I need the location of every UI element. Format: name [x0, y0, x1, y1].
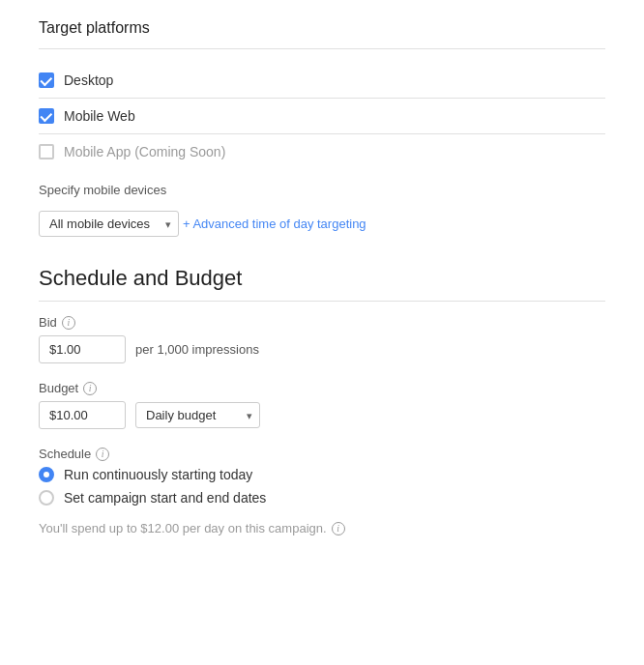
platform-item-mobile-web: Mobile Web — [39, 99, 605, 134]
bid-label: Bid — [39, 315, 57, 330]
schedule-option-continuous[interactable]: Run continuously starting today — [39, 467, 605, 482]
mobile-web-checkbox[interactable] — [39, 108, 54, 124]
bid-info-icon: i — [62, 316, 75, 330]
advanced-time-targeting-link[interactable]: + Advanced time of day targeting — [183, 217, 366, 231]
target-platforms-title: Target platforms — [39, 19, 605, 37]
specify-mobile-label: Specify mobile devices — [39, 183, 605, 197]
budget-input-row: Daily budget Lifetime budget ▾ — [39, 401, 605, 429]
desktop-checkbox[interactable] — [39, 72, 54, 88]
budget-info-icon: i — [83, 382, 97, 395]
budget-label: Budget — [39, 381, 78, 395]
budget-field-group: Budget i Daily budget Lifetime budget ▾ — [39, 381, 605, 429]
desktop-label: Desktop — [64, 72, 113, 88]
schedule-field-group: Schedule i Run continuously starting tod… — [39, 447, 605, 506]
budget-type-select[interactable]: Daily budget Lifetime budget — [135, 402, 260, 428]
platform-item-desktop: Desktop — [39, 63, 605, 99]
budget-input[interactable] — [39, 401, 126, 429]
radio-date-range-label: Set campaign start and end dates — [64, 490, 266, 506]
spend-note-row: You'll spend up to $12.00 per day on thi… — [39, 521, 605, 535]
schedule-budget-section: Schedule and Budget Bid i per 1,000 impr… — [39, 266, 605, 535]
bid-suffix: per 1,000 impressions — [135, 342, 259, 357]
platforms-divider — [39, 48, 605, 49]
bid-input-row: per 1,000 impressions — [39, 335, 605, 363]
platform-item-mobile-app: Mobile App (Coming Soon) — [39, 134, 605, 169]
schedule-budget-divider — [39, 301, 605, 302]
bid-input[interactable] — [39, 335, 126, 363]
schedule-budget-title: Schedule and Budget — [39, 266, 605, 291]
spend-note-text: You'll spend up to $12.00 per day on thi… — [39, 521, 327, 535]
budget-label-row: Budget i — [39, 381, 605, 395]
radio-continuous-label: Run continuously starting today — [64, 467, 252, 482]
mobile-app-label: Mobile App (Coming Soon) — [64, 144, 225, 159]
mobile-app-checkbox — [39, 144, 54, 159]
spend-note-info-icon: i — [332, 522, 345, 535]
schedule-info-icon: i — [96, 448, 109, 461]
schedule-label-row: Schedule i — [39, 447, 605, 461]
radio-continuous-icon[interactable] — [39, 467, 54, 482]
mobile-devices-select-wrapper: All mobile devices iOS only Android only… — [39, 211, 179, 237]
platforms-list: Desktop Mobile Web Mobile App (Coming So… — [39, 63, 605, 169]
schedule-option-date-range[interactable]: Set campaign start and end dates — [39, 490, 605, 506]
bid-label-row: Bid i — [39, 315, 605, 330]
budget-type-select-wrapper: Daily budget Lifetime budget ▾ — [135, 402, 260, 428]
radio-date-range-icon[interactable] — [39, 490, 54, 506]
target-platforms-section: Target platforms Desktop Mobile Web Mobi… — [39, 19, 605, 237]
mobile-devices-select[interactable]: All mobile devices iOS only Android only — [39, 211, 179, 237]
schedule-label: Schedule — [39, 447, 91, 461]
bid-field-group: Bid i per 1,000 impressions — [39, 315, 605, 363]
mobile-web-label: Mobile Web — [64, 108, 135, 124]
